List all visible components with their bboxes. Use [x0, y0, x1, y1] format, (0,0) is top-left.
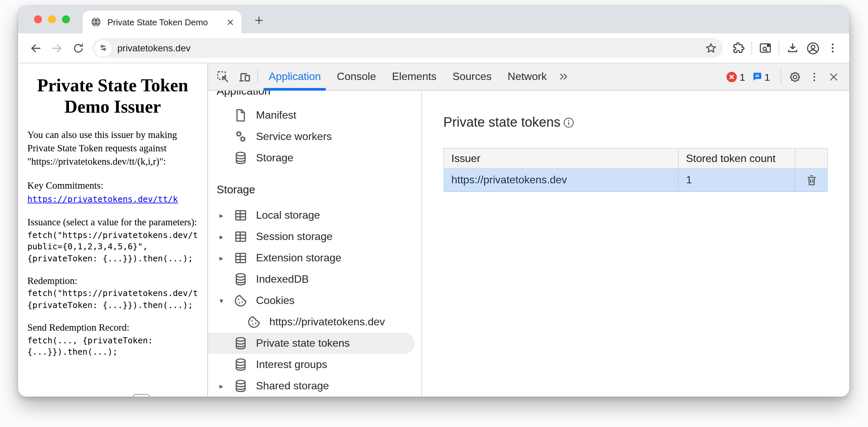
sidebar-item-storage[interactable]: Storage — [208, 147, 421, 169]
device-toolbar-icon[interactable] — [233, 66, 255, 87]
key-commitments-link[interactable]: https://privatetokens.dev/tt/k — [27, 194, 178, 204]
sidebar-section-application: ApplicationManifestService workersStorag… — [208, 91, 421, 169]
new-tab-button[interactable] — [250, 11, 267, 29]
zoom-window-button[interactable] — [62, 15, 70, 23]
kebab-menu-icon[interactable] — [823, 38, 843, 58]
close-window-button[interactable] — [34, 15, 42, 23]
tab-close-icon[interactable] — [225, 16, 236, 28]
sidebar-item-extension-storage[interactable]: ▸Extension storage — [208, 247, 421, 269]
srr-section: Send Redemption Record: fetch(..., {priv… — [27, 321, 198, 358]
table-row[interactable]: https://privatetokens.dev 1 — [443, 169, 828, 192]
devtools-body: ApplicationManifestService workersStorag… — [208, 91, 849, 397]
chevron-collapsed-icon[interactable]: ▸ — [216, 254, 227, 262]
profile-icon[interactable] — [803, 38, 823, 58]
issue-count: 1 — [764, 71, 770, 82]
devtools-tab-application[interactable]: Application — [261, 63, 329, 90]
devtools-toolbar-divider — [781, 69, 781, 84]
public-metadata-row: Public Metadata 0 — [60, 394, 150, 397]
chevron-collapsed-icon[interactable]: ▸ — [216, 232, 227, 241]
side-panel-search-icon[interactable] — [755, 38, 775, 58]
sidebar-item-https-privatetokens-dev[interactable]: https://privatetokens.dev — [208, 311, 421, 333]
issuer-cell[interactable]: https://privatetokens.dev — [444, 169, 678, 191]
sidebar-item-label: Manifest — [256, 109, 296, 121]
web-page: Private State Token Demo Issuer You can … — [18, 63, 208, 397]
grid-icon — [233, 251, 248, 265]
column-header-issuer[interactable]: Issuer — [444, 149, 678, 168]
sidebar-item-interest-groups[interactable]: Interest groups — [208, 354, 421, 375]
minimize-window-button[interactable] — [48, 15, 56, 23]
inspect-element-icon[interactable] — [212, 66, 233, 87]
sidebar-item-label: IndexedDB — [256, 273, 309, 285]
database-icon — [233, 272, 248, 287]
public-metadata-select[interactable]: 0 — [132, 394, 150, 397]
more-tabs-icon[interactable] — [555, 66, 572, 87]
site-settings-icon[interactable] — [95, 40, 111, 56]
toolbar-divider — [779, 41, 779, 55]
address-bar[interactable]: privatetokens.dev — [93, 38, 723, 58]
globe-favicon-icon — [91, 17, 101, 27]
devtools-close-icon[interactable] — [823, 66, 844, 87]
devtools-tab-network[interactable]: Network — [500, 63, 555, 90]
sidebar-item-shared-storage[interactable]: ▸Shared storage — [208, 375, 421, 397]
key-commitments-label: Key Commitments: — [27, 180, 103, 190]
reload-icon[interactable] — [67, 37, 89, 59]
back-icon[interactable] — [25, 37, 46, 59]
devtools-main-panel: Private state tokens Issuer Stored token… — [422, 91, 849, 397]
sidebar-item-cookies[interactable]: ▾Cookies — [208, 290, 421, 311]
chevron-expanded-icon[interactable]: ▾ — [216, 296, 227, 305]
devtools-tab-sources[interactable]: Sources — [444, 63, 499, 90]
page-title: Private State Token Demo Issuer — [27, 75, 198, 118]
error-badge-icon[interactable] — [726, 71, 738, 82]
chevron-collapsed-icon[interactable]: ▸ — [216, 382, 227, 390]
redemption-section: Redemption: fetch("https://privatetokens… — [27, 274, 198, 311]
sidebar-item-manifest[interactable]: Manifest — [208, 105, 421, 126]
token-count-cell[interactable]: 1 — [678, 169, 795, 191]
info-icon[interactable] — [562, 116, 574, 128]
grid-icon — [233, 208, 248, 223]
column-header-stored-token-count[interactable]: Stored token count — [678, 149, 795, 168]
file-icon — [233, 108, 248, 123]
browser-tab[interactable]: Private State Token Demo — [83, 11, 241, 33]
devtools-sidebar: ApplicationManifestService workersStorag… — [208, 91, 422, 397]
gears-icon — [233, 129, 248, 144]
sidebar-item-local-storage[interactable]: ▸Local storage — [208, 205, 421, 226]
srr-label: Send Redemption Record: — [27, 321, 198, 335]
panel-heading: Private state tokens — [443, 115, 849, 130]
redemption-code: fetch("https://privatetokens.dev/tt/ {pr… — [27, 288, 198, 311]
window-content: Private State Token Demo Issuer You can … — [18, 63, 849, 397]
extensions-puzzle-icon[interactable] — [728, 38, 748, 58]
sidebar-item-label: Service workers — [256, 131, 332, 143]
public-metadata-label: Public Metadata — [60, 395, 123, 397]
cookie-icon — [233, 293, 248, 308]
sidebar-item-label: Session storage — [256, 231, 332, 243]
sidebar-item-service-workers[interactable]: Service workers — [208, 126, 421, 147]
issuance-code: fetch("https://privatetokens.dev/tt/ pub… — [27, 229, 198, 264]
devtools-tab-elements[interactable]: Elements — [384, 63, 444, 90]
bookmark-star-icon[interactable] — [703, 40, 719, 56]
issuance-label: Issuance (select a value for the paramet… — [27, 215, 198, 229]
sidebar-item-private-state-tokens[interactable]: Private state tokens — [208, 333, 415, 354]
database-icon — [233, 151, 248, 165]
sidebar-item-label: Private state tokens — [256, 337, 350, 349]
settings-gear-icon[interactable] — [784, 66, 805, 87]
devtools-tab-console[interactable]: Console — [329, 63, 384, 90]
devtools-kebab-menu-icon[interactable] — [805, 66, 823, 87]
devtools-tabbar: ApplicationConsoleElementsSourcesNetwork… — [208, 63, 849, 91]
issues-badge-icon[interactable] — [751, 71, 762, 82]
sidebar-item-indexeddb[interactable]: IndexedDB — [208, 269, 421, 290]
toolbar-divider — [751, 41, 752, 55]
chevron-collapsed-icon[interactable]: ▸ — [216, 211, 227, 220]
sidebar-item-session-storage[interactable]: ▸Session storage — [208, 226, 421, 247]
download-icon[interactable] — [783, 38, 803, 58]
sidebar-section-title: Storage — [208, 181, 421, 198]
tab-strip: Private State Token Demo — [18, 6, 849, 33]
actions-cell — [795, 169, 827, 191]
forward-icon[interactable] — [46, 37, 67, 59]
column-header-actions — [795, 149, 827, 168]
trash-icon[interactable] — [805, 174, 818, 186]
database-icon — [233, 379, 248, 393]
desktop-background: Private State Token Demo privatetokens.d… — [0, 0, 868, 427]
sidebar-section-title: Application — [208, 91, 421, 99]
url-text[interactable]: privatetokens.dev — [117, 43, 703, 53]
issuance-section: Issuance (select a value for the paramet… — [27, 215, 198, 264]
